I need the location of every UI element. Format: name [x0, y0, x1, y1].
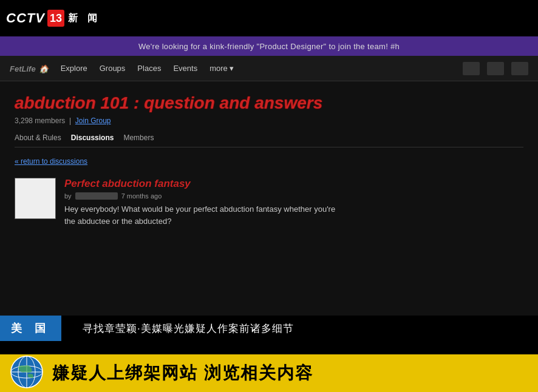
post-title: Perfect abduction fantasy: [64, 178, 523, 190]
nav-events[interactable]: Events: [173, 64, 197, 73]
post-item: Perfect abduction fantasy by 7 months ag…: [15, 178, 523, 227]
tab-about-rules[interactable]: About & Rules: [15, 133, 61, 142]
nav-icon-grid: [463, 62, 480, 75]
nav-more[interactable]: more ▾: [209, 64, 234, 73]
cctv-channel-badge: 13: [47, 10, 64, 27]
post-body-line1: Hey everybody! What would be your perfec…: [64, 204, 335, 214]
post-byline: by 7 months ago: [64, 192, 523, 200]
news-bottom: 美 国 寻找章莹颖·美媒曝光嫌疑人作案前诸多细节 嫌疑人上绑架网站 浏览相关内容: [0, 316, 538, 392]
return-link[interactable]: « return to discussions: [15, 157, 523, 166]
headline-bottom-text: 嫌疑人上绑架网站 浏览相关内容: [52, 362, 313, 385]
nav-groups[interactable]: Groups: [100, 64, 126, 73]
banner-text: We're looking for a kink-friendly "Produ…: [138, 42, 400, 51]
nav-explore[interactable]: Explore: [61, 64, 87, 73]
cctv-header: CCTV 13 新 闻: [0, 0, 538, 36]
fetlife-logo: FetLife 🏠: [10, 62, 49, 75]
group-meta: 3,298 members | Join Group: [15, 117, 523, 125]
group-join-link[interactable]: Join Group: [75, 117, 111, 125]
post-by-label: by: [64, 192, 72, 200]
fetlife-nav: FetLife 🏠 Explore Groups Places Events m…: [0, 56, 538, 81]
post-time: 7 months ago: [121, 192, 162, 200]
headline-top: 寻找章莹颖·美媒曝光嫌疑人作案前诸多细节: [73, 316, 538, 341]
post-content: Perfect abduction fantasy by 7 months ag…: [64, 178, 523, 227]
site-content: abduction 101 : question and answers 3,2…: [0, 81, 538, 239]
nav-places[interactable]: Places: [137, 64, 161, 73]
cctv-logo: CCTV 13: [6, 10, 64, 27]
nav-icon-bell: [511, 62, 528, 75]
fetlife-logo-text: FetLife: [10, 64, 36, 73]
headline-bottom-bar: 嫌疑人上绑架网站 浏览相关内容: [0, 354, 538, 392]
tab-discussions[interactable]: Discussions: [71, 133, 114, 142]
xinwen-label: 新 闻: [68, 12, 101, 25]
purple-banner: We're looking for a kink-friendly "Produ…: [0, 36, 538, 56]
website-area: We're looking for a kink-friendly "Produ…: [0, 36, 538, 316]
cctv-logo-text: CCTV: [6, 10, 45, 26]
post-author-blurred: [75, 192, 118, 200]
group-members-count: 3,298 members: [15, 117, 65, 125]
fetlife-home-icon: 🏠: [39, 64, 49, 73]
post-body: Hey everybody! What would be your perfec…: [64, 203, 523, 227]
nav-icon-profile: [487, 62, 504, 75]
post-body-line2: the abductee or the abducted?: [64, 217, 171, 226]
group-tabs: About & Rules Discussions Members: [15, 133, 523, 147]
globe-icon: [10, 355, 44, 389]
group-title: abduction 101 : question and answers: [15, 93, 523, 113]
post-avatar: [15, 178, 56, 219]
nav-icons: [463, 62, 528, 75]
globe-icon-area: [10, 355, 46, 391]
location-tag: 美 国: [0, 316, 61, 341]
tab-members[interactable]: Members: [123, 133, 154, 142]
